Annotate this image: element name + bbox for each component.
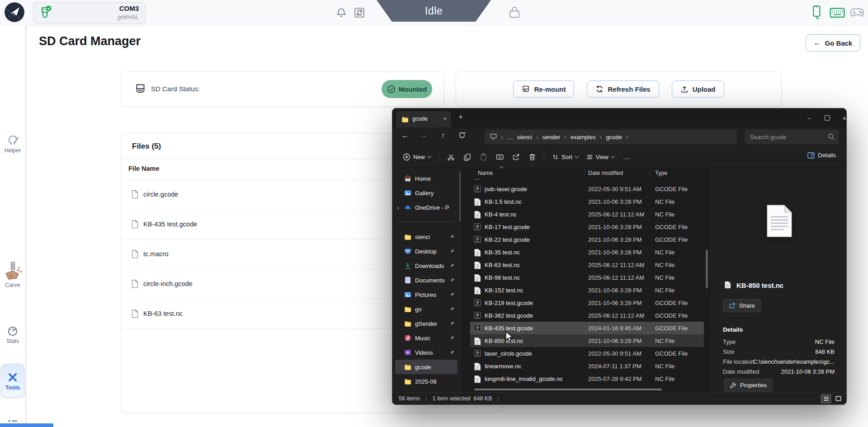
nav-item-onedrive-pers[interactable]: ›OneDrive - Pers: [395, 200, 458, 215]
list-vertical-scrollbar[interactable]: [706, 249, 708, 288]
large-icons-view-toggle[interactable]: [834, 394, 843, 402]
explorer-file-row[interactable]: longmill-line_invalid_gcode.nc2025-07-28…: [470, 372, 704, 385]
explorer-file-row[interactable]: linearmove.nc2024-07-11 1:37 PMNC File: [470, 360, 704, 372]
explorer-file-row[interactable]: KB-17 test.gcode2021-10-06 3:28 PMGCODE …: [470, 221, 704, 233]
breadcrumb-item[interactable]: sender: [542, 134, 561, 141]
gamepad-icon[interactable]: [850, 8, 864, 18]
share-button[interactable]: [508, 150, 524, 164]
explorer-file-row[interactable]: KB-362 test.gcode2025-06-12 11:12 AMGCOD…: [470, 309, 704, 322]
explorer-file-row[interactable]: KB-4 test.nc2025-06-12 11:12 AMNC File: [470, 208, 704, 221]
sort-button[interactable]: Sort: [548, 151, 582, 163]
app-logo[interactable]: [5, 2, 24, 22]
gcode-file-icon: [474, 324, 481, 332]
explorer-file-row[interactable]: KB-35 test.nc2021-10-06 3:28 PMNC File: [470, 246, 704, 258]
nav-item-music[interactable]: Music: [395, 331, 458, 345]
tab-close-icon[interactable]: ×: [443, 115, 447, 122]
sidebar-item-label: Helper: [5, 147, 21, 154]
connection-widget[interactable]: COM3 grblHAL: [33, 2, 146, 24]
breadcrumb-item[interactable]: gcode: [606, 134, 622, 141]
nav-back-icon[interactable]: ←: [400, 131, 410, 142]
firmware-chip-icon[interactable]: [354, 7, 365, 19]
properties-button[interactable]: Properties: [724, 379, 773, 392]
pin-icon: [449, 292, 455, 297]
explorer-file-row[interactable]: KB-219 test.gcode2021-10-06 3:28 PMGCODE…: [470, 296, 704, 309]
nav-item-label: Desktop: [415, 248, 449, 255]
nav-forward-icon[interactable]: →: [419, 131, 429, 142]
explorer-file-row[interactable]: KB-98 test.nc2025-06-12 11:12 AMNC File: [470, 271, 704, 284]
breadcrumb-item[interactable]: examples: [571, 134, 596, 141]
pin-icon: [449, 249, 455, 254]
file-name: KB-17 test.gcode: [485, 224, 530, 230]
nav-refresh-icon[interactable]: [457, 131, 467, 142]
nav-item-gcode[interactable]: gcode: [395, 360, 458, 374]
explorer-file-list: jsdc-laser.gcode2022-05-30 9:51 AMGCODE …: [470, 183, 704, 385]
breadcrumb-item[interactable]: sienci: [517, 134, 532, 141]
nav-item-gallery[interactable]: Gallery: [395, 186, 458, 200]
sidebar-item-stats[interactable]: Stats: [0, 323, 25, 346]
search-icon[interactable]: [828, 133, 835, 140]
sidebar-item-tools[interactable]: Tools: [1, 364, 24, 398]
paste-button[interactable]: [475, 150, 491, 164]
nav-scrollbar[interactable]: [459, 172, 461, 221]
remote-phone-icon[interactable]: [811, 5, 823, 19]
details-view-toggle[interactable]: [821, 394, 831, 403]
nav-item-sienci[interactable]: sienci: [395, 230, 458, 244]
nav-item-home[interactable]: Home: [395, 171, 458, 186]
sidebar-item-carve[interactable]: Carve: [0, 259, 25, 290]
explorer-file-row[interactable]: KB-850 test.nc2021-10-06 3:28 PMNC File: [470, 334, 704, 347]
refresh-files-button[interactable]: Refresh Files: [587, 80, 659, 98]
keyboard-shortcuts-icon[interactable]: [830, 8, 845, 18]
column-name[interactable]: Name: [478, 170, 493, 176]
explorer-file-row[interactable]: KB-1.5 test.nc2021-10-06 3:28 PMNC File: [470, 195, 704, 208]
new-tab-button[interactable]: +: [458, 113, 463, 122]
cut-button[interactable]: [443, 150, 459, 164]
nav-item-gsender[interactable]: gSender: [395, 316, 458, 331]
copy-button[interactable]: [459, 150, 475, 164]
explorer-file-row[interactable]: KB-22 test.gcode2021-10-06 3:28 PMGCODE …: [470, 233, 704, 246]
nav-item-downloads[interactable]: Downloads: [395, 258, 458, 273]
explorer-tab[interactable]: gcode ×: [396, 111, 451, 127]
window-maximize-button[interactable]: [819, 112, 835, 124]
lock-icon[interactable]: [508, 5, 521, 19]
mounted-status-badge[interactable]: Mounted: [382, 80, 432, 98]
explorer-file-row[interactable]: KB-435 test.gcode2024-01-16 9:45 AMGCODE…: [470, 322, 704, 334]
search-input[interactable]: [745, 130, 839, 144]
nav-item-pictures[interactable]: Pictures: [395, 287, 458, 302]
file-name: KB-435 test.gcode: [485, 325, 533, 332]
explorer-file-row[interactable]: KB-63 test.nc2025-06-12 11:12 AMNC File: [470, 258, 704, 271]
rename-button[interactable]: A: [491, 150, 508, 164]
selection-summary: 1 item selected 848 KB: [433, 395, 492, 402]
explorer-file-row[interactable]: KB-152 test.nc2021-10-06 3:28 PMNC File: [470, 284, 704, 296]
details-pane-toggle[interactable]: Details: [803, 150, 840, 161]
nav-item-documents[interactable]: Documents: [395, 273, 458, 287]
expand-chevron-icon[interactable]: ›: [397, 204, 399, 211]
breadcrumb-overflow[interactable]: …: [507, 134, 513, 141]
nc-file-icon: [474, 375, 481, 382]
file-name: KB-219 test.gcode: [485, 300, 533, 306]
nav-item-2025-08[interactable]: 2025-08: [395, 374, 458, 389]
breadcrumb-bar[interactable]: ›…sienci›sender›examples›gcode›: [485, 130, 737, 144]
window-minimize-button[interactable]: –: [801, 112, 817, 124]
sidebar-item-helper[interactable]: Helper: [0, 132, 25, 155]
column-date-modified[interactable]: Date modified: [588, 170, 623, 176]
delete-button[interactable]: [524, 150, 540, 164]
nav-up-icon[interactable]: ↑: [438, 131, 448, 142]
nav-item-go[interactable]: go: [395, 302, 458, 316]
go-back-button[interactable]: ← Go Back: [806, 34, 860, 52]
remount-button[interactable]: Re-mount: [513, 80, 574, 98]
upload-button[interactable]: Upload: [672, 80, 724, 98]
sort-arrows-icon: [552, 154, 559, 160]
window-close-button[interactable]: ×: [836, 112, 847, 124]
view-button[interactable]: View: [582, 151, 618, 163]
nav-item-videos[interactable]: Videos: [395, 345, 458, 360]
new-button[interactable]: New: [399, 151, 435, 163]
explorer-file-row[interactable]: jsdc-laser.gcode2022-05-30 9:51 AMGCODE …: [470, 183, 704, 195]
column-type[interactable]: Type: [655, 170, 667, 176]
list-horizontal-scrollbar[interactable]: [474, 389, 662, 390]
nav-item-desktop[interactable]: Desktop: [395, 244, 458, 258]
more-options-button[interactable]: …: [618, 150, 635, 164]
notifications-bell-icon[interactable]: [335, 7, 347, 19]
explorer-file-row[interactable]: laser_circle.gcode2022-05-30 9:51 AMGCOD…: [470, 347, 704, 360]
share-file-button[interactable]: Share: [723, 299, 761, 312]
explorer-titlebar[interactable]: gcode × + – ×: [392, 108, 846, 127]
